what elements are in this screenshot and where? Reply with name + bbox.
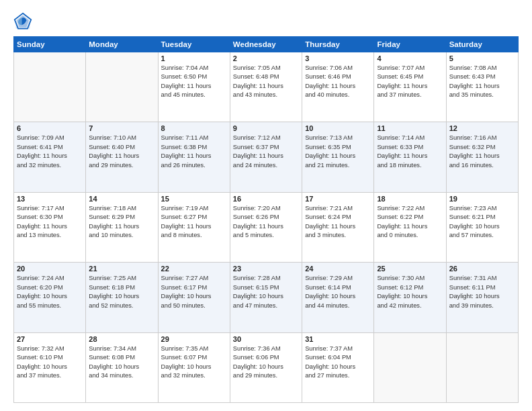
calendar-cell: 18Sunrise: 7:22 AM Sunset: 6:22 PM Dayli… <box>374 192 446 262</box>
day-info: Sunrise: 7:31 AM Sunset: 6:11 PM Dayligh… <box>449 274 515 310</box>
weekday-header: Friday <box>374 37 446 52</box>
logo-icon <box>13 12 32 31</box>
day-number: 12 <box>449 124 515 132</box>
weekday-header: Monday <box>86 37 158 52</box>
header <box>13 12 519 31</box>
calendar-cell: 20Sunrise: 7:24 AM Sunset: 6:20 PM Dayli… <box>14 263 86 332</box>
day-info: Sunrise: 7:18 AM Sunset: 6:29 PM Dayligh… <box>89 204 154 240</box>
calendar-cell: 11Sunrise: 7:14 AM Sunset: 6:33 PM Dayli… <box>374 122 446 192</box>
calendar-cell: 29Sunrise: 7:35 AM Sunset: 6:07 PM Dayli… <box>158 332 230 402</box>
day-info: Sunrise: 7:29 AM Sunset: 6:14 PM Dayligh… <box>305 274 371 310</box>
calendar-cell: 27Sunrise: 7:32 AM Sunset: 6:10 PM Dayli… <box>14 332 86 402</box>
day-info: Sunrise: 7:23 AM Sunset: 6:21 PM Dayligh… <box>449 204 515 240</box>
day-number: 26 <box>449 265 515 273</box>
day-info: Sunrise: 7:04 AM Sunset: 6:50 PM Dayligh… <box>161 64 227 100</box>
weekday-header: Tuesday <box>158 37 230 52</box>
calendar-cell: 28Sunrise: 7:34 AM Sunset: 6:08 PM Dayli… <box>86 332 158 402</box>
calendar-header-row: SundayMondayTuesdayWednesdayThursdayFrid… <box>14 37 519 52</box>
day-info: Sunrise: 7:30 AM Sunset: 6:12 PM Dayligh… <box>377 274 443 310</box>
day-number: 17 <box>305 195 371 203</box>
day-number: 30 <box>233 335 299 343</box>
day-number: 29 <box>161 335 227 343</box>
day-info: Sunrise: 7:12 AM Sunset: 6:37 PM Dayligh… <box>233 134 299 170</box>
calendar-cell: 22Sunrise: 7:27 AM Sunset: 6:17 PM Dayli… <box>158 263 230 332</box>
day-info: Sunrise: 7:06 AM Sunset: 6:46 PM Dayligh… <box>305 64 371 100</box>
day-number: 4 <box>377 54 443 62</box>
calendar-cell <box>374 332 446 402</box>
calendar-cell: 31Sunrise: 7:37 AM Sunset: 6:04 PM Dayli… <box>302 332 374 402</box>
calendar-week-row: 6Sunrise: 7:09 AM Sunset: 6:41 PM Daylig… <box>14 122 519 192</box>
day-number: 18 <box>377 195 443 203</box>
day-number: 28 <box>89 335 154 343</box>
weekday-header: Wednesday <box>230 37 302 52</box>
day-info: Sunrise: 7:27 AM Sunset: 6:17 PM Dayligh… <box>161 274 227 310</box>
weekday-header: Saturday <box>446 37 518 52</box>
day-number: 6 <box>17 124 83 132</box>
calendar-cell: 4Sunrise: 7:07 AM Sunset: 6:45 PM Daylig… <box>374 52 446 122</box>
calendar-cell: 26Sunrise: 7:31 AM Sunset: 6:11 PM Dayli… <box>446 263 518 332</box>
day-info: Sunrise: 7:35 AM Sunset: 6:07 PM Dayligh… <box>161 345 227 381</box>
day-info: Sunrise: 7:09 AM Sunset: 6:41 PM Dayligh… <box>17 134 83 170</box>
day-info: Sunrise: 7:37 AM Sunset: 6:04 PM Dayligh… <box>305 345 371 381</box>
day-number: 22 <box>161 265 227 273</box>
calendar-table: SundayMondayTuesdayWednesdayThursdayFrid… <box>13 36 519 403</box>
day-info: Sunrise: 7:36 AM Sunset: 6:06 PM Dayligh… <box>233 345 299 381</box>
calendar-cell: 2Sunrise: 7:05 AM Sunset: 6:48 PM Daylig… <box>230 52 302 122</box>
calendar-cell: 24Sunrise: 7:29 AM Sunset: 6:14 PM Dayli… <box>302 263 374 332</box>
calendar-cell: 21Sunrise: 7:25 AM Sunset: 6:18 PM Dayli… <box>86 263 158 332</box>
day-info: Sunrise: 7:22 AM Sunset: 6:22 PM Dayligh… <box>377 204 443 240</box>
calendar-cell: 19Sunrise: 7:23 AM Sunset: 6:21 PM Dayli… <box>446 192 518 262</box>
day-info: Sunrise: 7:16 AM Sunset: 6:32 PM Dayligh… <box>449 134 515 170</box>
weekday-header: Sunday <box>14 37 86 52</box>
calendar-cell: 17Sunrise: 7:21 AM Sunset: 6:24 PM Dayli… <box>302 192 374 262</box>
day-number: 15 <box>161 195 227 203</box>
day-info: Sunrise: 7:10 AM Sunset: 6:40 PM Dayligh… <box>89 134 154 170</box>
day-number: 8 <box>161 124 227 132</box>
day-number: 23 <box>233 265 299 273</box>
calendar-cell: 25Sunrise: 7:30 AM Sunset: 6:12 PM Dayli… <box>374 263 446 332</box>
page: SundayMondayTuesdayWednesdayThursdayFrid… <box>0 0 532 411</box>
day-info: Sunrise: 7:28 AM Sunset: 6:15 PM Dayligh… <box>233 274 299 310</box>
day-info: Sunrise: 7:19 AM Sunset: 6:27 PM Dayligh… <box>161 204 227 240</box>
day-number: 31 <box>305 335 371 343</box>
day-number: 14 <box>89 195 154 203</box>
calendar-cell: 1Sunrise: 7:04 AM Sunset: 6:50 PM Daylig… <box>158 52 230 122</box>
day-info: Sunrise: 7:32 AM Sunset: 6:10 PM Dayligh… <box>17 345 83 381</box>
calendar-week-row: 27Sunrise: 7:32 AM Sunset: 6:10 PM Dayli… <box>14 332 519 402</box>
calendar-cell: 8Sunrise: 7:11 AM Sunset: 6:38 PM Daylig… <box>158 122 230 192</box>
calendar-cell: 6Sunrise: 7:09 AM Sunset: 6:41 PM Daylig… <box>14 122 86 192</box>
day-info: Sunrise: 7:20 AM Sunset: 6:26 PM Dayligh… <box>233 204 299 240</box>
calendar-cell: 13Sunrise: 7:17 AM Sunset: 6:30 PM Dayli… <box>14 192 86 262</box>
day-number: 20 <box>17 265 83 273</box>
calendar-cell <box>86 52 158 122</box>
day-number: 10 <box>305 124 371 132</box>
calendar-cell: 9Sunrise: 7:12 AM Sunset: 6:37 PM Daylig… <box>230 122 302 192</box>
day-info: Sunrise: 7:14 AM Sunset: 6:33 PM Dayligh… <box>377 134 443 170</box>
calendar-cell: 5Sunrise: 7:08 AM Sunset: 6:43 PM Daylig… <box>446 52 518 122</box>
day-info: Sunrise: 7:34 AM Sunset: 6:08 PM Dayligh… <box>89 345 154 381</box>
day-number: 3 <box>305 54 371 62</box>
calendar-week-row: 13Sunrise: 7:17 AM Sunset: 6:30 PM Dayli… <box>14 192 519 262</box>
calendar-cell: 30Sunrise: 7:36 AM Sunset: 6:06 PM Dayli… <box>230 332 302 402</box>
day-number: 1 <box>161 54 227 62</box>
weekday-header: Thursday <box>302 37 374 52</box>
day-info: Sunrise: 7:08 AM Sunset: 6:43 PM Dayligh… <box>449 64 515 100</box>
day-info: Sunrise: 7:25 AM Sunset: 6:18 PM Dayligh… <box>89 274 154 310</box>
day-number: 11 <box>377 124 443 132</box>
day-number: 7 <box>89 124 154 132</box>
day-number: 16 <box>233 195 299 203</box>
calendar-cell: 12Sunrise: 7:16 AM Sunset: 6:32 PM Dayli… <box>446 122 518 192</box>
calendar-cell: 3Sunrise: 7:06 AM Sunset: 6:46 PM Daylig… <box>302 52 374 122</box>
day-info: Sunrise: 7:13 AM Sunset: 6:35 PM Dayligh… <box>305 134 371 170</box>
calendar-cell <box>14 52 86 122</box>
day-number: 13 <box>17 195 83 203</box>
calendar-cell: 23Sunrise: 7:28 AM Sunset: 6:15 PM Dayli… <box>230 263 302 332</box>
day-number: 24 <box>305 265 371 273</box>
day-number: 25 <box>377 265 443 273</box>
day-number: 21 <box>89 265 154 273</box>
day-info: Sunrise: 7:21 AM Sunset: 6:24 PM Dayligh… <box>305 204 371 240</box>
day-number: 19 <box>449 195 515 203</box>
day-info: Sunrise: 7:05 AM Sunset: 6:48 PM Dayligh… <box>233 64 299 100</box>
day-info: Sunrise: 7:24 AM Sunset: 6:20 PM Dayligh… <box>17 274 83 310</box>
calendar-week-row: 1Sunrise: 7:04 AM Sunset: 6:50 PM Daylig… <box>14 52 519 122</box>
